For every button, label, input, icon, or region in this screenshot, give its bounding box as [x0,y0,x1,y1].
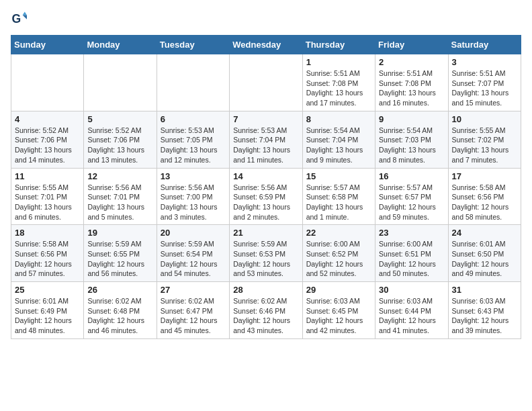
calendar-cell: 30Sunrise: 6:03 AM Sunset: 6:44 PM Dayli… [375,282,448,339]
day-info: Sunrise: 5:52 AM Sunset: 7:06 PM Dayligh… [87,126,152,165]
weekday-header-thursday: Thursday [302,36,375,54]
day-number: 29 [306,285,371,295]
calendar-cell: 31Sunrise: 6:03 AM Sunset: 6:43 PM Dayli… [448,282,521,339]
day-number: 30 [379,285,444,295]
day-number: 21 [233,228,298,238]
day-number: 4 [15,114,80,124]
day-info: Sunrise: 5:55 AM Sunset: 7:02 PM Dayligh… [452,126,517,165]
day-info: Sunrise: 5:51 AM Sunset: 7:08 PM Dayligh… [379,68,444,108]
calendar-cell: 9Sunrise: 5:54 AM Sunset: 7:03 PM Daylig… [375,111,448,168]
calendar-cell: 3Sunrise: 5:51 AM Sunset: 7:07 PM Daylig… [448,54,521,111]
logo-icon: G [11,11,27,27]
day-info: Sunrise: 6:02 AM Sunset: 6:47 PM Dayligh… [161,296,226,336]
calendar-cell: 26Sunrise: 6:02 AM Sunset: 6:48 PM Dayli… [84,282,157,339]
calendar-cell [230,54,302,111]
page-header: G [11,11,521,27]
calendar-week-1: 1Sunrise: 5:51 AM Sunset: 7:08 PM Daylig… [11,54,521,111]
day-info: Sunrise: 5:54 AM Sunset: 7:04 PM Dayligh… [306,126,371,165]
day-info: Sunrise: 6:03 AM Sunset: 6:45 PM Dayligh… [306,296,371,336]
calendar-week-3: 11Sunrise: 5:55 AM Sunset: 7:01 PM Dayli… [11,168,521,225]
calendar-cell: 27Sunrise: 6:02 AM Sunset: 6:47 PM Dayli… [157,282,229,339]
calendar-cell: 20Sunrise: 5:59 AM Sunset: 6:54 PM Dayli… [157,225,229,282]
day-number: 28 [233,285,298,295]
day-info: Sunrise: 5:56 AM Sunset: 7:00 PM Dayligh… [161,183,226,222]
calendar-cell: 5Sunrise: 5:52 AM Sunset: 7:06 PM Daylig… [84,111,157,168]
day-number: 6 [161,114,226,124]
day-number: 1 [306,57,371,67]
calendar-cell [11,54,84,111]
calendar-week-2: 4Sunrise: 5:52 AM Sunset: 7:06 PM Daylig… [11,111,521,168]
day-info: Sunrise: 6:03 AM Sunset: 6:43 PM Dayligh… [452,296,517,336]
day-info: Sunrise: 6:01 AM Sunset: 6:50 PM Dayligh… [452,239,517,279]
calendar-body: 1Sunrise: 5:51 AM Sunset: 7:08 PM Daylig… [11,54,521,339]
calendar-cell: 12Sunrise: 5:56 AM Sunset: 7:01 PM Dayli… [84,168,157,225]
calendar-cell: 15Sunrise: 5:57 AM Sunset: 6:58 PM Dayli… [302,168,375,225]
day-number: 12 [87,171,152,181]
day-number: 26 [87,285,152,295]
day-number: 25 [15,285,80,295]
weekday-header-monday: Monday [84,36,157,54]
calendar-cell [84,54,157,111]
weekday-header-tuesday: Tuesday [157,36,229,54]
svg-marker-1 [23,12,27,15]
day-info: Sunrise: 5:58 AM Sunset: 6:56 PM Dayligh… [452,183,517,222]
calendar-cell: 21Sunrise: 5:59 AM Sunset: 6:53 PM Dayli… [230,225,302,282]
weekday-header-row: SundayMondayTuesdayWednesdayThursdayFrid… [11,36,521,54]
day-info: Sunrise: 5:58 AM Sunset: 6:56 PM Dayligh… [15,239,80,279]
calendar-cell: 28Sunrise: 6:02 AM Sunset: 6:46 PM Dayli… [230,282,302,339]
day-info: Sunrise: 5:59 AM Sunset: 6:55 PM Dayligh… [87,239,152,279]
calendar-cell: 29Sunrise: 6:03 AM Sunset: 6:45 PM Dayli… [302,282,375,339]
calendar-cell: 2Sunrise: 5:51 AM Sunset: 7:08 PM Daylig… [375,54,448,111]
day-number: 5 [87,114,152,124]
day-info: Sunrise: 5:56 AM Sunset: 7:01 PM Dayligh… [87,183,152,222]
calendar-cell: 1Sunrise: 5:51 AM Sunset: 7:08 PM Daylig… [302,54,375,111]
day-info: Sunrise: 5:57 AM Sunset: 6:57 PM Dayligh… [379,183,444,222]
day-info: Sunrise: 6:00 AM Sunset: 6:51 PM Dayligh… [379,239,444,279]
calendar-cell: 19Sunrise: 5:59 AM Sunset: 6:55 PM Dayli… [84,225,157,282]
day-info: Sunrise: 6:02 AM Sunset: 6:48 PM Dayligh… [87,296,152,336]
day-info: Sunrise: 5:55 AM Sunset: 7:01 PM Dayligh… [15,183,80,222]
day-number: 22 [306,228,371,238]
calendar-table: SundayMondayTuesdayWednesdayThursdayFrid… [11,35,521,339]
svg-text:G: G [12,12,21,26]
day-info: Sunrise: 6:00 AM Sunset: 6:52 PM Dayligh… [306,239,371,279]
day-info: Sunrise: 5:59 AM Sunset: 6:54 PM Dayligh… [161,239,226,279]
calendar-cell: 22Sunrise: 6:00 AM Sunset: 6:52 PM Dayli… [302,225,375,282]
day-number: 17 [452,171,517,181]
calendar-cell: 24Sunrise: 6:01 AM Sunset: 6:50 PM Dayli… [448,225,521,282]
day-info: Sunrise: 6:02 AM Sunset: 6:46 PM Dayligh… [233,296,298,336]
day-number: 16 [379,171,444,181]
calendar-cell: 25Sunrise: 6:01 AM Sunset: 6:49 PM Dayli… [11,282,84,339]
calendar-cell: 23Sunrise: 6:00 AM Sunset: 6:51 PM Dayli… [375,225,448,282]
day-number: 2 [379,57,444,67]
day-info: Sunrise: 5:57 AM Sunset: 6:58 PM Dayligh… [306,183,371,222]
calendar-header: SundayMondayTuesdayWednesdayThursdayFrid… [11,36,521,54]
day-number: 23 [379,228,444,238]
day-number: 3 [452,57,517,67]
day-info: Sunrise: 5:53 AM Sunset: 7:04 PM Dayligh… [233,126,298,165]
day-info: Sunrise: 5:51 AM Sunset: 7:08 PM Dayligh… [306,68,371,108]
day-number: 13 [161,171,226,181]
logo: G [11,11,30,27]
day-number: 11 [15,171,80,181]
day-number: 31 [452,285,517,295]
weekday-header-friday: Friday [375,36,448,54]
weekday-header-sunday: Sunday [11,36,84,54]
day-info: Sunrise: 5:56 AM Sunset: 6:59 PM Dayligh… [233,183,298,222]
calendar-cell: 18Sunrise: 5:58 AM Sunset: 6:56 PM Dayli… [11,225,84,282]
day-number: 15 [306,171,371,181]
calendar-cell: 8Sunrise: 5:54 AM Sunset: 7:04 PM Daylig… [302,111,375,168]
calendar-cell: 13Sunrise: 5:56 AM Sunset: 7:00 PM Dayli… [157,168,229,225]
calendar-cell: 6Sunrise: 5:53 AM Sunset: 7:05 PM Daylig… [157,111,229,168]
day-number: 9 [379,114,444,124]
day-info: Sunrise: 6:03 AM Sunset: 6:44 PM Dayligh… [379,296,444,336]
day-number: 24 [452,228,517,238]
weekday-header-wednesday: Wednesday [230,36,302,54]
day-info: Sunrise: 5:53 AM Sunset: 7:05 PM Dayligh… [161,126,226,165]
day-info: Sunrise: 5:54 AM Sunset: 7:03 PM Dayligh… [379,126,444,165]
calendar-cell: 7Sunrise: 5:53 AM Sunset: 7:04 PM Daylig… [230,111,302,168]
day-number: 10 [452,114,517,124]
day-info: Sunrise: 5:51 AM Sunset: 7:07 PM Dayligh… [452,68,517,108]
day-number: 19 [87,228,152,238]
day-info: Sunrise: 6:01 AM Sunset: 6:49 PM Dayligh… [15,296,80,336]
